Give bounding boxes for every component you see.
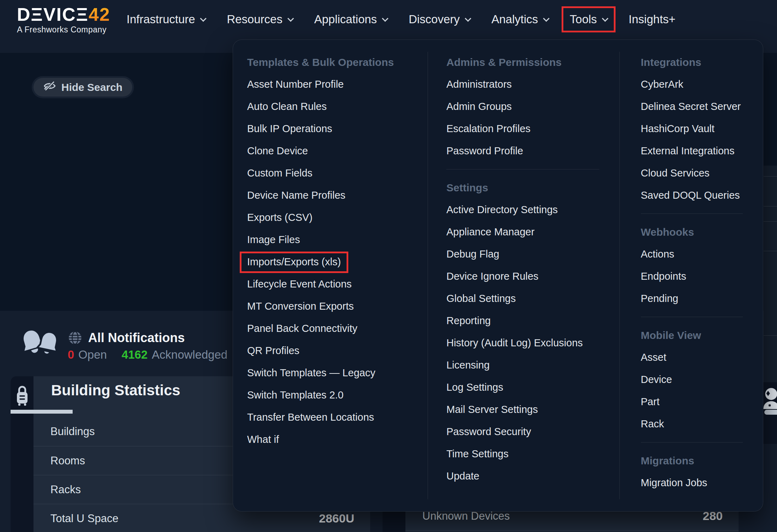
menu-item-migration-jobs[interactable]: Migration Jobs — [641, 472, 763, 494]
menu-item-asset-number-profile[interactable]: Asset Number Profile — [247, 73, 427, 95]
menu-item-escalation-profiles[interactable]: Escalation Profiles — [446, 118, 619, 140]
menu-item-what-if[interactable]: What if — [247, 428, 427, 451]
row-separator — [764, 335, 777, 336]
nav-item-label: Analytics — [491, 13, 538, 26]
menu-item-label: Image Files — [247, 229, 300, 251]
menu-item-label: Panel Back Connectivity — [247, 317, 357, 340]
menu-item-global-settings[interactable]: Global Settings — [446, 287, 619, 310]
menu-item-lifecycle-event-actions[interactable]: Lifecycle Event Actions — [247, 273, 427, 295]
nav-item-applications[interactable]: Applications — [314, 13, 387, 26]
menu-item-external-integrations[interactable]: External Integrations — [641, 140, 763, 162]
nav-item-resources[interactable]: Resources — [227, 13, 293, 26]
menu-item-admin-groups[interactable]: Admin Groups — [446, 95, 619, 118]
menu-item-saved-doql-queries[interactable]: Saved DOQL Queries — [641, 184, 763, 206]
menu-item-hashicorp-vault[interactable]: HashiCorp Vault — [641, 118, 763, 140]
menu-section-title-settings: Settings — [446, 177, 619, 199]
section-divider — [446, 169, 599, 169]
menu-item-clone-device[interactable]: Clone Device — [247, 140, 427, 162]
menu-item-asset[interactable]: Asset — [641, 346, 763, 369]
row-separator — [764, 206, 777, 206]
building-statistics-title: Building Statistics — [51, 382, 180, 399]
menu-item-switch-templates-legacy[interactable]: Switch Templates — Legacy — [247, 362, 427, 384]
menu-item-qr-profiles[interactable]: QR Profiles — [247, 340, 427, 362]
menu-item-label: History (Audit Log) Exclusions — [446, 332, 583, 354]
menu-item-cloud-services[interactable]: Cloud Services — [641, 162, 763, 184]
section-divider — [641, 214, 743, 214]
menu-item-part[interactable]: Part — [641, 391, 763, 413]
menu-item-label: Lifecycle Event Actions — [247, 273, 352, 295]
menu-item-mail-server-settings[interactable]: Mail Server Settings — [446, 398, 619, 421]
menu-column-admins-settings: Admins & PermissionsAdministratorsAdmin … — [427, 40, 619, 511]
menu-section-title-migrations: Migrations — [641, 450, 763, 472]
menu-item-label: Time Settings — [446, 443, 508, 465]
nav-item-tools[interactable]: Tools — [562, 6, 616, 32]
menu-item-transfer-between-locations[interactable]: Transfer Between Locations — [247, 406, 427, 428]
menu-item-label: Device — [641, 369, 672, 391]
column-divider — [428, 52, 428, 499]
menu-item-device[interactable]: Device — [641, 369, 763, 391]
nav-item-label: Applications — [314, 13, 377, 26]
row-label: Rooms — [50, 454, 85, 467]
notifications-summary[interactable]: All Notifications 0 Open 4162 Acknowledg… — [20, 326, 227, 366]
menu-item-label: Switch Templates 2.0 — [247, 384, 344, 406]
menu-item-label: Mail Server Settings — [446, 398, 538, 421]
row-label: Buildings — [50, 425, 95, 438]
menu-item-history-audit-log-exclusions[interactable]: History (Audit Log) Exclusions — [446, 332, 619, 354]
row-separator — [764, 251, 777, 251]
menu-item-password-profile[interactable]: Password Profile — [446, 140, 619, 162]
menu-item-image-files[interactable]: Image Files — [247, 229, 427, 251]
acknowledged-count: 4162 — [122, 348, 147, 361]
menu-item-exports-csv[interactable]: Exports (CSV) — [247, 206, 427, 229]
menu-item-active-directory-settings[interactable]: Active Directory Settings — [446, 199, 619, 221]
menu-item-delinea-secret-server[interactable]: Delinea Secret Server — [641, 95, 763, 118]
menu-item-label: Imports/Exports (xls) — [240, 252, 348, 273]
menu-item-bulk-ip-operations[interactable]: Bulk IP Operations — [247, 118, 427, 140]
menu-item-label: Licensing — [446, 354, 490, 376]
menu-item-actions[interactable]: Actions — [641, 243, 763, 265]
menu-item-label: Global Settings — [446, 287, 516, 310]
device42-logo[interactable]: DΞVICΞ42 A Freshworks Company — [17, 5, 110, 34]
menu-item-switch-templates-2-0[interactable]: Switch Templates 2.0 — [247, 384, 427, 406]
menu-item-pending[interactable]: Pending — [641, 287, 763, 310]
nav-item-label: Tools — [570, 13, 597, 26]
menu-item-time-settings[interactable]: Time Settings — [446, 443, 619, 465]
menu-item-licensing[interactable]: Licensing — [446, 354, 619, 376]
menu-item-mt-conversion-exports[interactable]: MT Conversion Exports — [247, 295, 427, 317]
menu-item-appliance-manager[interactable]: Appliance Manager — [446, 221, 619, 243]
menu-item-label: HashiCorp Vault — [641, 118, 715, 140]
menu-item-update[interactable]: Update — [446, 465, 619, 487]
chevron-down-icon — [287, 15, 294, 21]
nav-item-analytics[interactable]: Analytics — [491, 13, 549, 26]
menu-item-label: Active Directory Settings — [446, 199, 558, 221]
menu-item-rack[interactable]: Rack — [641, 413, 763, 435]
nav-item-infrastructure[interactable]: Infrastructure — [127, 13, 206, 26]
menu-item-device-name-profiles[interactable]: Device Name Profiles — [247, 184, 427, 206]
menu-item-label: External Integrations — [641, 140, 735, 162]
menu-section-title-integrations: Integrations — [641, 51, 763, 73]
menu-item-label: Exports (CSV) — [247, 206, 312, 229]
menu-item-label: Clone Device — [247, 140, 308, 162]
menu-item-panel-back-connectivity[interactable]: Panel Back Connectivity — [247, 317, 427, 340]
menu-item-custom-fields[interactable]: Custom Fields — [247, 162, 427, 184]
menu-item-imports-exports-xls[interactable]: Imports/Exports (xls) — [247, 251, 427, 273]
menu-item-label: Device Ignore Rules — [446, 265, 538, 287]
menu-item-cyberark[interactable]: CyberArk — [641, 73, 763, 95]
menu-item-log-settings[interactable]: Log Settings — [446, 376, 619, 398]
menu-item-reporting[interactable]: Reporting — [446, 310, 619, 332]
menu-item-password-security[interactable]: Password Security — [446, 421, 619, 443]
menu-item-label: Endpoints — [641, 265, 686, 287]
row-label: Total U Space — [50, 512, 118, 525]
menu-item-label: MT Conversion Exports — [247, 295, 354, 317]
menu-item-administrators[interactable]: Administrators — [446, 73, 619, 95]
notifications-title-row: All Notifications — [68, 330, 227, 345]
nav-item-label: Resources — [227, 13, 282, 26]
hide-search-button[interactable]: Hide Search — [33, 78, 132, 97]
nav-item-insights[interactable]: Insights+ — [629, 13, 675, 26]
menu-item-label: Reporting — [446, 310, 491, 332]
menu-item-endpoints[interactable]: Endpoints — [641, 265, 763, 287]
nav-item-discovery[interactable]: Discovery — [409, 13, 470, 26]
menu-item-device-ignore-rules[interactable]: Device Ignore Rules — [446, 265, 619, 287]
menu-item-debug-flag[interactable]: Debug Flag — [446, 243, 619, 265]
menu-item-auto-clean-rules[interactable]: Auto Clean Rules — [247, 95, 427, 118]
menu-section-title-webhooks: Webhooks — [641, 221, 763, 243]
